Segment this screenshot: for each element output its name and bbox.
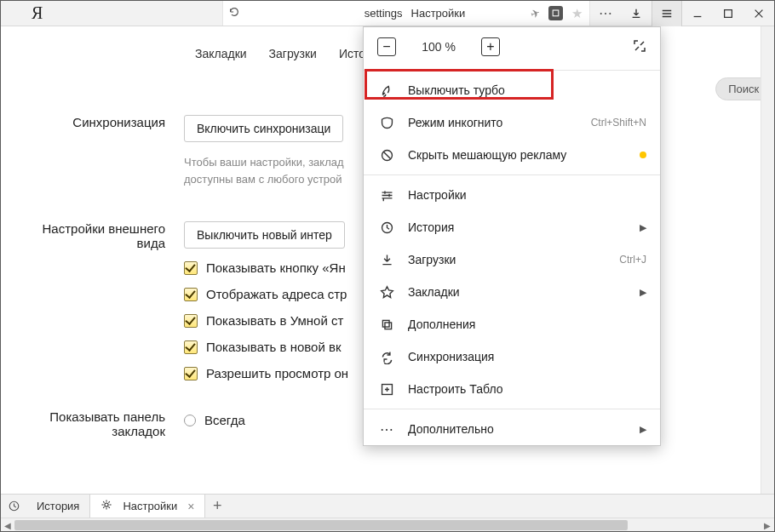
zoom-value: 100 % — [413, 40, 464, 54]
window-minimize[interactable] — [682, 1, 713, 26]
menu-addons[interactable]: Дополнения — [364, 308, 660, 340]
menu-settings[interactable]: Настройки — [364, 179, 660, 211]
turbo-icon[interactable]: ✈ — [529, 6, 542, 21]
new-tab-button[interactable]: + — [205, 497, 229, 515]
titlebar: Я settings Настройки ✈ ☐ ★ ⋯ — [1, 1, 774, 26]
svg-point-7 — [105, 503, 108, 506]
tab-history[interactable]: История — [26, 495, 89, 518]
tab-settings[interactable]: Настройки × — [89, 495, 205, 518]
dots-icon: ⋯ — [377, 421, 396, 438]
incognito-shortcut: Ctrl+Shift+N — [591, 117, 646, 129]
browser-window: Я settings Настройки ✈ ☐ ★ ⋯ — [0, 0, 775, 532]
rocket-icon — [377, 83, 396, 98]
window-close[interactable] — [743, 1, 774, 26]
svg-rect-0 — [725, 9, 732, 17]
scroll-left-icon[interactable]: ◀ — [1, 518, 14, 532]
refresh-icon — [377, 350, 396, 364]
scroll-right-icon[interactable]: ▶ — [761, 518, 774, 532]
zoom-controls: − 100 % + — [364, 27, 660, 66]
zoom-out-button[interactable]: − — [377, 37, 396, 56]
chevron-right-icon: ▶ — [640, 287, 646, 298]
bookmark-star-icon[interactable]: ★ — [571, 6, 583, 21]
enable-sync-button[interactable]: Включить синхронизаци — [184, 115, 343, 142]
menu-button[interactable] — [652, 1, 682, 26]
svg-rect-3 — [382, 320, 389, 327]
nav-history[interactable]: Исто — [339, 47, 365, 69]
main-menu: − 100 % + Выключить турбо Режим инкогнит… — [363, 26, 661, 446]
menu-more[interactable]: ⋯ Дополнительно ▶ — [364, 413, 660, 445]
download-icon — [377, 253, 396, 267]
disable-new-ui-button[interactable]: Выключить новый интер — [184, 221, 345, 249]
nav-downloads[interactable]: Загрузки — [269, 47, 317, 69]
close-tab-icon[interactable]: × — [187, 500, 194, 513]
tab-strip: История Настройки × + — [1, 494, 774, 518]
vertical-scrollbar[interactable] — [761, 26, 774, 494]
menu-tableau[interactable]: Настроить Табло — [364, 373, 660, 405]
copy-icon — [377, 317, 396, 332]
page-title: Настройки — [411, 7, 466, 20]
star-icon — [377, 285, 396, 300]
yandex-logo[interactable]: Я — [32, 3, 43, 23]
bookmarks-bar-label: Показывать панель закладок — [1, 409, 184, 438]
history-icon[interactable] — [1, 500, 26, 512]
nav-bookmarks[interactable]: Закладки — [195, 47, 247, 69]
grid-plus-icon — [377, 382, 396, 397]
downloads-button[interactable] — [621, 1, 652, 26]
chevron-right-icon: ▶ — [640, 424, 646, 435]
svg-rect-4 — [384, 322, 391, 329]
more-actions-button[interactable]: ⋯ — [590, 1, 621, 26]
scroll-thumb[interactable] — [14, 520, 628, 530]
zoom-in-button[interactable]: + — [481, 37, 500, 56]
menu-incognito[interactable]: Режим инкогнито Ctrl+Shift+N — [364, 106, 660, 139]
appearance-section-label: Настройки внешнего вида — [1, 221, 184, 380]
clock-icon — [377, 220, 396, 235]
mask-icon — [377, 116, 396, 130]
menu-turbo-off[interactable]: Выключить турбо — [364, 74, 660, 106]
menu-downloads[interactable]: Загрузки Ctrl+J — [364, 243, 660, 276]
fullscreen-icon[interactable] — [633, 39, 646, 55]
gear-icon — [100, 499, 112, 513]
url-label: settings — [365, 7, 403, 20]
menu-sync[interactable]: Синхронизация — [364, 340, 660, 373]
downloads-shortcut: Ctrl+J — [619, 254, 646, 266]
protect-icon[interactable]: ☐ — [548, 6, 563, 20]
menu-history[interactable]: История ▶ — [364, 211, 660, 243]
address-bar[interactable]: settings Настройки ✈ ☐ ★ — [222, 1, 590, 26]
menu-bookmarks[interactable]: Закладки ▶ — [364, 276, 660, 308]
horizontal-scrollbar[interactable]: ◀ ▶ — [1, 518, 774, 531]
window-maximize[interactable] — [713, 1, 743, 26]
block-icon — [377, 148, 396, 163]
sync-section-label: Синхронизация — [1, 115, 184, 187]
menu-hide-ads[interactable]: Скрыть мешающую рекламу — [364, 139, 660, 171]
sliders-icon — [377, 188, 396, 203]
chevron-right-icon: ▶ — [640, 222, 646, 233]
ads-indicator-dot — [640, 152, 646, 158]
reload-icon[interactable] — [228, 6, 240, 21]
